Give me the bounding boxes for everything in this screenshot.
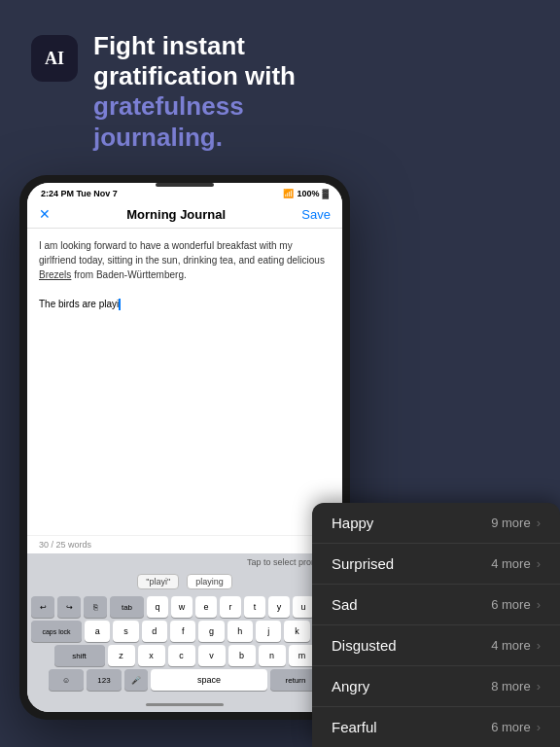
suggestion-chip-2[interactable]: playing bbox=[187, 574, 232, 589]
cursor-line: The birds are playi bbox=[39, 297, 331, 311]
emotion-row-surprised[interactable]: Surprised 4 more › bbox=[312, 544, 560, 585]
key-c[interactable]: c bbox=[168, 645, 195, 666]
suggestion-chip-1[interactable]: "playi" bbox=[137, 574, 179, 589]
journal-content[interactable]: I am looking forward to have a wonderful… bbox=[27, 229, 342, 535]
surprised-count-text: 4 more bbox=[491, 556, 530, 571]
key-emoji[interactable]: ☺ bbox=[49, 669, 84, 691]
emotion-angry-label: Angry bbox=[332, 678, 369, 694]
word-count: 30 / 25 words bbox=[39, 540, 91, 550]
emotion-angry-count: 8 more › bbox=[491, 679, 541, 694]
key-clipboard[interactable]: ⎘ bbox=[84, 596, 107, 618]
headline: Fight instant gratification with gratefu… bbox=[93, 31, 296, 153]
key-n[interactable]: n bbox=[259, 645, 286, 666]
journal-title: Morning Journal bbox=[126, 207, 226, 222]
emotion-disgusted-label: Disgusted bbox=[332, 637, 397, 654]
ai-icon-text: AI bbox=[45, 49, 64, 69]
key-h[interactable]: h bbox=[228, 621, 253, 642]
key-shift[interactable]: shift bbox=[54, 645, 105, 666]
close-button[interactable]: ✕ bbox=[39, 206, 51, 222]
key-k[interactable]: k bbox=[284, 621, 309, 642]
key-y[interactable]: y bbox=[268, 596, 290, 618]
key-w[interactable]: w bbox=[171, 596, 192, 618]
key-redo[interactable]: ↪ bbox=[57, 596, 81, 618]
journal-text: I am looking forward to have a wonderful… bbox=[39, 238, 331, 282]
key-s[interactable]: s bbox=[113, 621, 138, 642]
emotion-row-fearful[interactable]: Fearful 6 more › bbox=[312, 707, 560, 747]
header-text: Fight instant gratification with gratefu… bbox=[93, 31, 296, 153]
title-highlight: gratefulness bbox=[93, 91, 244, 121]
fearful-count-text: 6 more bbox=[491, 720, 530, 734]
key-a[interactable]: a bbox=[85, 621, 110, 642]
key-j[interactable]: j bbox=[256, 621, 281, 642]
device-frame: 2:24 PM Tue Nov 7 📶 100% ▓ ✕ Morning Jou… bbox=[19, 175, 350, 720]
emotion-row-sad[interactable]: Sad 6 more › bbox=[312, 585, 560, 625]
disgusted-chevron: › bbox=[537, 638, 541, 653]
home-indicator-bar bbox=[27, 699, 342, 712]
keyboard-utility-row: ↩ ↪ ⎘ tab q w e r t y u i bbox=[31, 596, 338, 618]
keyboard: ↩ ↪ ⎘ tab q w e r t y u i caps lock a bbox=[27, 592, 342, 699]
key-capslock[interactable]: caps lock bbox=[31, 621, 82, 642]
emotion-fearful-label: Fearful bbox=[332, 719, 377, 735]
text-cursor bbox=[119, 299, 121, 310]
key-space[interactable]: space bbox=[151, 669, 267, 691]
emotion-row-happy[interactable]: Happy 9 more › bbox=[312, 503, 560, 544]
key-z[interactable]: z bbox=[108, 645, 135, 666]
journal-second-line: The birds are playi bbox=[39, 297, 119, 311]
autocomplete-bar: Tap to select prompts. bbox=[27, 553, 342, 571]
key-numbers[interactable]: 123 bbox=[87, 669, 122, 691]
journal-body: I am looking forward to have a wonderful… bbox=[39, 240, 325, 280]
key-undo[interactable]: ↩ bbox=[31, 596, 54, 618]
key-v[interactable]: v bbox=[198, 645, 226, 666]
nav-bar: ✕ Morning Journal Save bbox=[27, 202, 342, 229]
title-line2: gratification with bbox=[93, 61, 296, 90]
emotions-panel: Happy 9 more › Surprised 4 more › Sad 6 … bbox=[312, 503, 560, 747]
device-container: 2:24 PM Tue Nov 7 📶 100% ▓ ✕ Morning Jou… bbox=[19, 175, 350, 720]
emotion-happy-label: Happy bbox=[332, 515, 373, 531]
angry-count-text: 8 more bbox=[491, 679, 530, 694]
emotion-disgusted-count: 4 more › bbox=[491, 638, 541, 653]
emotion-sad-count: 6 more › bbox=[491, 597, 541, 612]
fearful-chevron: › bbox=[537, 720, 541, 734]
camera-notch bbox=[156, 183, 214, 187]
key-tab[interactable]: tab bbox=[110, 596, 144, 618]
battery-bar: ▓ bbox=[322, 189, 329, 198]
key-u[interactable]: u bbox=[293, 596, 314, 618]
disgusted-count-text: 4 more bbox=[491, 638, 530, 653]
suggestion-chips: "playi" playing bbox=[27, 571, 342, 592]
emotion-fearful-count: 6 more › bbox=[491, 720, 541, 734]
key-d[interactable]: d bbox=[142, 621, 167, 642]
keyboard-row-asdf: caps lock a s d f g h j k l bbox=[31, 621, 338, 642]
key-mic[interactable]: 🎤 bbox=[124, 669, 148, 691]
sad-count-text: 6 more bbox=[491, 597, 530, 612]
emotion-surprised-label: Surprised bbox=[332, 555, 394, 572]
key-t[interactable]: t bbox=[244, 596, 265, 618]
device-screen: 2:24 PM Tue Nov 7 📶 100% ▓ ✕ Morning Jou… bbox=[27, 183, 342, 712]
emotion-row-disgusted[interactable]: Disgusted 4 more › bbox=[312, 625, 560, 666]
save-button[interactable]: Save bbox=[301, 207, 331, 222]
status-time: 2:24 PM Tue Nov 7 bbox=[41, 189, 118, 198]
header: AI Fight instant gratification with grat… bbox=[0, 0, 560, 172]
key-r[interactable]: r bbox=[220, 596, 241, 618]
key-f[interactable]: f bbox=[170, 621, 195, 642]
keyboard-row-zxcv: shift z x c v b n m bbox=[31, 645, 338, 666]
key-b[interactable]: b bbox=[228, 645, 256, 666]
sad-chevron: › bbox=[537, 597, 541, 612]
key-g[interactable]: g bbox=[198, 621, 224, 642]
keyboard-bottom-row: ☺ 123 🎤 space return bbox=[31, 669, 338, 691]
battery-percent: 100% bbox=[297, 189, 319, 198]
surprised-chevron: › bbox=[537, 556, 541, 571]
word-count-bar: 30 / 25 words bbox=[27, 535, 342, 553]
battery-icon: 📶 bbox=[283, 189, 294, 198]
title-line1: Fight instant bbox=[93, 31, 245, 60]
title-line3: journaling. bbox=[93, 123, 223, 152]
key-q[interactable]: q bbox=[147, 596, 168, 618]
home-indicator bbox=[146, 703, 224, 706]
emotion-surprised-count: 4 more › bbox=[491, 556, 541, 571]
emotion-row-angry[interactable]: Angry 8 more › bbox=[312, 666, 560, 707]
ai-logo: AI bbox=[31, 35, 78, 82]
emotion-sad-label: Sad bbox=[332, 596, 358, 613]
angry-chevron: › bbox=[537, 679, 541, 694]
happy-count-text: 9 more bbox=[491, 516, 530, 530]
key-e[interactable]: e bbox=[195, 596, 217, 618]
key-x[interactable]: x bbox=[138, 645, 165, 666]
